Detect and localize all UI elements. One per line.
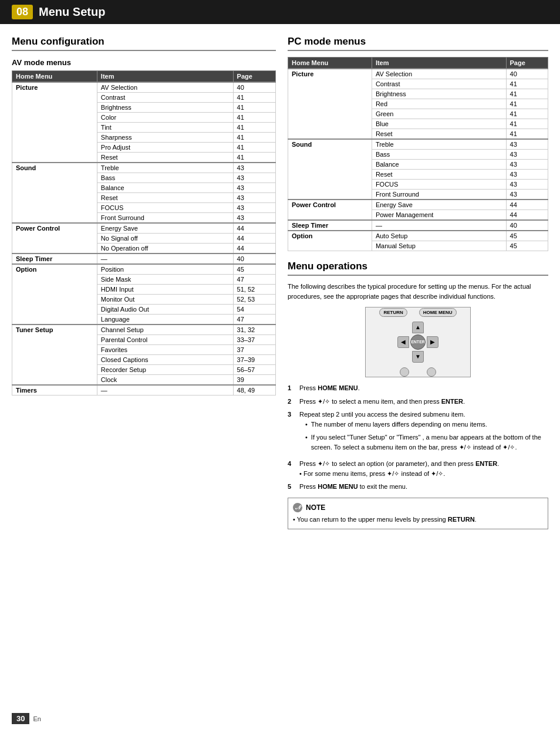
remote-top-row: RETURN HOME MENU [379, 308, 456, 317]
dpad-down: ▼ [412, 351, 424, 363]
note-box: 𝒩 NOTE • You can return to the upper men… [288, 498, 548, 530]
table-row-home: Sleep Timer [288, 220, 372, 231]
table-row: 44 [233, 244, 275, 254]
section-title-config: Menu configuration [12, 36, 276, 51]
step-content: Repeat step 2 until you access the desir… [299, 410, 548, 455]
table-row: 41 [506, 119, 548, 129]
table-row: 41 [233, 113, 275, 123]
table-row: 43 [233, 173, 275, 183]
table-row: — [372, 220, 506, 231]
table-row: Favorites [97, 345, 233, 355]
remote-control-diagram: RETURN HOME MENU ▲ ◀ ENTER ▶ ▼ [365, 307, 471, 377]
dpad-up: ▲ [412, 322, 424, 333]
steps-list: 1Press HOME MENU.2Press ✦/✧ to select a … [288, 383, 548, 492]
table-row: 39 [233, 375, 275, 386]
table-row: Monitor Out [97, 295, 233, 305]
remote-bottom-row [400, 367, 436, 377]
step-number: 3 [288, 410, 296, 455]
table-row: 41 [233, 153, 275, 163]
step-content: Press HOME MENU to exit the menu. [299, 482, 548, 492]
table-row: 44 [233, 234, 275, 244]
step-number: 5 [288, 482, 296, 492]
table-row: Closed Captions [97, 355, 233, 365]
table-row: 52, 53 [233, 295, 275, 305]
table-row: 47 [233, 315, 275, 325]
step-content: Press ✦/✧ to select an option (or parame… [299, 459, 548, 478]
table-row: Balance [97, 183, 233, 193]
pc-mode-title: PC mode menus [288, 36, 548, 51]
table-row-home: Option [12, 264, 97, 325]
table-row: 43 [233, 163, 275, 173]
table-row: 41 [233, 133, 275, 143]
table-row: Reset [97, 153, 233, 163]
table-row: — [97, 254, 233, 264]
dpad-right: ▶ [427, 336, 438, 348]
table-row: AV Selection [97, 82, 233, 93]
table-row: FOCUS [97, 203, 233, 213]
table-row: 41 [233, 123, 275, 133]
table-row: Reset [372, 170, 506, 180]
table-row-home: Option [288, 231, 372, 251]
table-row: Side Mask [97, 275, 233, 285]
table-row: Manual Setup [372, 241, 506, 251]
table-row: 37 [233, 345, 275, 355]
table-row: 41 [506, 99, 548, 109]
table-row-home: Timers [12, 385, 97, 396]
list-item: 3Repeat step 2 until you access the desi… [288, 410, 548, 455]
table-row: Treble [372, 139, 506, 150]
table-row: 47 [233, 275, 275, 285]
table-row: Digital Audio Out [97, 305, 233, 315]
table-row: 43 [233, 203, 275, 213]
table-row: Treble [97, 163, 233, 173]
table-row: HDMI Input [97, 285, 233, 295]
table-row: Reset [372, 129, 506, 140]
remote-circle-left [400, 367, 409, 377]
list-item: 1Press HOME MENU. [288, 383, 548, 393]
table-row: Reset [97, 193, 233, 203]
note-title: 𝒩 NOTE [293, 503, 543, 512]
table-row: Green [372, 109, 506, 119]
table-row: Language [97, 315, 233, 325]
page-number: 30 [12, 713, 29, 724]
remote-dpad: ▲ ◀ ENTER ▶ ▼ [397, 322, 438, 363]
col-item: Item [97, 71, 233, 83]
step-content: Press HOME MENU. [299, 383, 548, 393]
table-row-home: Picture [288, 69, 372, 139]
table-row: 48, 49 [233, 385, 275, 396]
table-row: Color [97, 113, 233, 123]
table-row: Position [97, 264, 233, 275]
table-row-home: Sound [288, 139, 372, 200]
col-page: Page [233, 71, 275, 83]
remote-buttons-group: RETURN HOME MENU ▲ ◀ ENTER ▶ ▼ [379, 308, 456, 377]
step-number: 4 [288, 459, 296, 478]
pc-col-home-menu: Home Menu [288, 58, 372, 69]
note-text: • You can return to the upper menu level… [293, 515, 543, 525]
table-row: 41 [506, 129, 548, 140]
table-row: No Operation off [97, 244, 233, 254]
table-row: Energy Save [97, 223, 233, 234]
pc-col-page: Page [506, 58, 548, 69]
main-content: Menu configuration AV mode menus Home Me… [0, 24, 560, 535]
av-mode-table: Home Menu Item Page PictureAV Selection4… [12, 70, 276, 396]
table-row: Contrast [372, 79, 506, 89]
table-row: 41 [506, 109, 548, 119]
table-row: 41 [233, 103, 275, 113]
table-row: 44 [233, 223, 275, 234]
col-home-menu: Home Menu [12, 71, 97, 83]
table-row-home: Sound [12, 163, 97, 223]
chapter-title: Menu Setup [39, 5, 105, 19]
table-row: Red [372, 99, 506, 109]
table-row: 41 [233, 93, 275, 103]
table-row-home: Power Control [288, 200, 372, 220]
table-row: Clock [97, 375, 233, 386]
table-row: Parental Control [97, 335, 233, 345]
table-row: 33–37 [233, 335, 275, 345]
table-row: 31, 32 [233, 325, 275, 335]
table-row: Brightness [372, 89, 506, 99]
table-row-home: Tuner Setup [12, 325, 97, 385]
table-row: 43 [233, 193, 275, 203]
av-mode-subtitle: AV mode menus [12, 58, 276, 67]
table-row: No Signal off [97, 234, 233, 244]
pc-mode-table: Home Menu Item Page PictureAV Selection4… [288, 57, 548, 251]
page-language: En [33, 715, 41, 722]
